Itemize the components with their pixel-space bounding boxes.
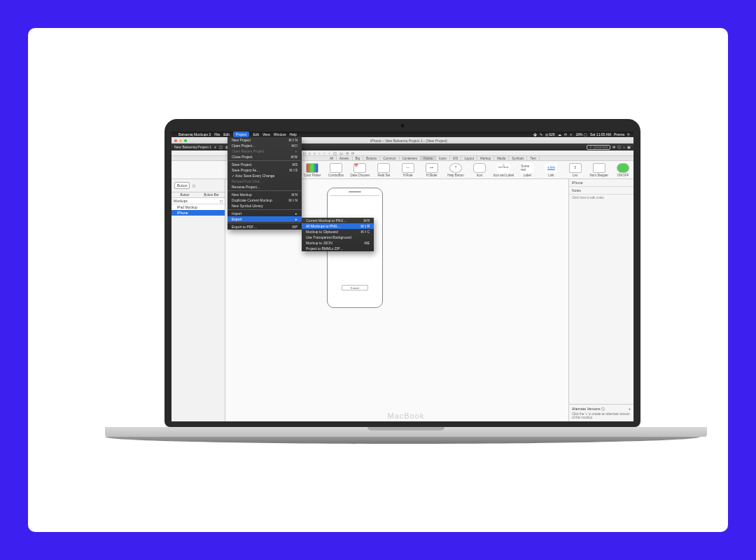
mac-menubar: Balsamiq Mockups 3 File Edit Project Edi… xyxy=(172,132,634,137)
menuitem-new-symbol-library[interactable]: New Symbol Library xyxy=(227,203,302,209)
maximize-button[interactable] xyxy=(184,139,187,142)
menu-view[interactable]: View xyxy=(262,132,270,136)
menuitem-open-project-[interactable]: Open Project…⌘O xyxy=(227,143,302,148)
tab-containers[interactable]: Containers xyxy=(400,156,421,160)
status-1[interactable]: ✎ xyxy=(540,132,542,136)
hamburger-icon[interactable]: ≡ xyxy=(214,145,216,149)
tool-5[interactable]: ⎀ xyxy=(328,151,330,155)
rib-stepper[interactable]: Num.Stepper xyxy=(589,163,610,177)
close-button[interactable] xyxy=(174,139,177,142)
panel-icon-3[interactable]: ▣ xyxy=(627,145,631,149)
menuitem-save-project[interactable]: Save Project⌘S xyxy=(227,162,302,167)
rib-help[interactable]: ?Help Button xyxy=(445,163,466,177)
user-name[interactable]: Prerna xyxy=(614,132,624,136)
undo-icon[interactable]: ⟲ xyxy=(346,151,349,155)
rib-hslider[interactable]: ⊶H.Slider xyxy=(421,163,442,177)
tool-7[interactable]: ▭ xyxy=(340,151,343,155)
tab-common[interactable]: Common xyxy=(380,156,399,160)
alt-versions-label: Alternate Versions ⓘ xyxy=(572,407,605,411)
rib-fieldset[interactable]: Field Set xyxy=(373,163,394,177)
menu-file[interactable]: File xyxy=(214,132,220,136)
mockup-item-iphone[interactable]: iPhone xyxy=(172,210,225,216)
menuitem-export[interactable]: Export xyxy=(227,216,302,222)
info-icon[interactable]: ⓘ xyxy=(617,145,621,149)
mockup-submit-button[interactable]: Submit xyxy=(342,285,368,290)
tab-icons[interactable]: Icons xyxy=(436,156,450,160)
tab-buttons[interactable]: Buttons xyxy=(363,156,380,160)
rib-list[interactable]: 3List xyxy=(565,163,586,177)
menuitem-duplicate-current-mockup[interactable]: Duplicate Current Mockup⌘⇧N xyxy=(227,197,302,203)
menuitem-save-project-as-[interactable]: Save Project As…⌘⇧S xyxy=(227,167,302,173)
rib-hrule[interactable]: —H.Rule xyxy=(398,163,419,177)
menuitem-close-project[interactable]: Close Project⌘W xyxy=(227,154,302,160)
tab-symbols[interactable]: Symbols xyxy=(509,156,527,160)
home-icon[interactable]: ⌂ xyxy=(623,145,625,149)
tool-6[interactable]: ◫ xyxy=(333,151,337,155)
wifi-icon[interactable]: ᯤ xyxy=(570,132,573,136)
menu-edit[interactable]: Edit xyxy=(223,132,230,136)
rib-icon[interactable]: Icon xyxy=(469,163,490,177)
app-name[interactable]: Balsamiq Mockups 3 xyxy=(178,132,211,136)
spotlight-icon[interactable]: ⚲ xyxy=(627,132,630,136)
menu-help[interactable]: Help xyxy=(290,132,297,136)
tool-3[interactable]: ⎀ xyxy=(318,151,321,155)
tool-2[interactable]: ⎌ xyxy=(314,151,316,155)
tab-layout[interactable]: Layout xyxy=(461,156,477,160)
panel-icon-0[interactable]: ⊞ xyxy=(612,145,615,149)
menuitem-new-project[interactable]: New Project⌘⇧N xyxy=(227,137,302,143)
quick-add-input[interactable]: ⚲ Quick Add xyxy=(587,145,610,150)
menuitem-import[interactable]: Import xyxy=(227,211,302,216)
status-3[interactable]: ☁ xyxy=(558,132,561,136)
tab-text[interactable]: Text xyxy=(527,156,539,160)
status-4[interactable]: ⟳ xyxy=(564,132,567,136)
sb-tab-button[interactable]: Button xyxy=(172,192,198,197)
tab-media[interactable]: Media xyxy=(494,156,509,160)
submenuitem-use-transparent-background[interactable]: Use Transparent Background xyxy=(302,234,374,240)
menu-window[interactable]: Window xyxy=(274,132,286,136)
add-alt-version-button[interactable]: + xyxy=(629,407,631,411)
notes-input[interactable]: Click here to edit notes. xyxy=(569,195,634,201)
status-2[interactable]: ◎ 629 xyxy=(545,132,555,136)
tab-markup[interactable]: Markup xyxy=(477,156,494,160)
clock: Sat 11:05 AM xyxy=(590,132,611,136)
widget-preview-button[interactable]: Button xyxy=(174,182,190,189)
inspector-title: iPhone xyxy=(569,179,634,187)
menuitem--auto-save-every-change[interactable]: ✓ Auto Save Every Change xyxy=(227,173,302,178)
mockups-collapse-icon[interactable]: ◻ xyxy=(220,199,223,203)
tab-forms[interactable]: Forms xyxy=(421,156,436,160)
submenuitem-project-to-bmmls-zip-[interactable]: Project to BMMLs ZIP… xyxy=(302,246,374,251)
rib-label[interactable]: Some textLabel xyxy=(517,163,538,177)
rib-date[interactable]: 📅Date Chooser xyxy=(349,163,370,177)
menuitem-export-to-pdf-[interactable]: Export to PDF…⌘P xyxy=(227,224,302,230)
tab-big[interactable]: Big xyxy=(353,156,364,160)
minimize-button[interactable] xyxy=(179,139,182,142)
menu-project[interactable]: Project xyxy=(233,132,250,137)
tab-all[interactable]: All xyxy=(327,156,337,160)
view-list-icon[interactable]: ◫ xyxy=(219,145,223,149)
battery-status[interactable]: 18% ▢ xyxy=(576,132,587,136)
mockup-item-ipad[interactable]: iPad Mockup xyxy=(172,204,225,210)
tab-assets[interactable]: Assets xyxy=(337,156,353,160)
submenuitem-all-mockups-to-png-[interactable]: All Mockups to PNG…⌘⇧R xyxy=(302,223,374,229)
status-0[interactable]: ⏻ xyxy=(533,132,537,136)
tool-1[interactable]: ⎌ xyxy=(309,151,311,155)
submenuitem-current-mockup-to-png-[interactable]: Current Mockup to PNG…⌘R xyxy=(302,218,374,223)
sb-tab-buttonbar[interactable]: Button Bar xyxy=(198,192,225,197)
menuitem-rename-project-[interactable]: Rename Project… xyxy=(227,184,302,190)
window-title: iPhone – New Balsamiq Project 1 – [New P… xyxy=(370,139,447,143)
tab-ios[interactable]: iOS xyxy=(450,156,462,160)
mockups-header: Mockups xyxy=(174,199,188,203)
submenuitem-mockup-to-clipboard[interactable]: Mockup to Clipboard⌘⇧C xyxy=(302,229,374,234)
menu-edit2[interactable]: Edit xyxy=(253,132,259,136)
rib-color-picker[interactable]: Color Picker xyxy=(302,163,323,177)
tool-0[interactable]: ◻ xyxy=(303,151,306,155)
menuitem-new-mockup[interactable]: New Mockup⌘N xyxy=(227,192,302,197)
rib-icon-label[interactable]: ◻Icon NameIcon and Label xyxy=(493,163,514,177)
rib-combobox[interactable]: ComboBox xyxy=(326,163,346,177)
tool-4[interactable]: ⎀ xyxy=(323,151,326,155)
redo-icon[interactable]: ⟳ xyxy=(351,151,354,155)
rib-link[interactable]: a linkLink xyxy=(540,163,561,177)
rib-onoff[interactable]: ON/OFF xyxy=(612,163,634,177)
menuitem-open-recent-project: Open Recent Project xyxy=(227,148,302,154)
submenuitem-mockup-to-json[interactable]: Mockup to JSON⌘E xyxy=(302,240,374,246)
